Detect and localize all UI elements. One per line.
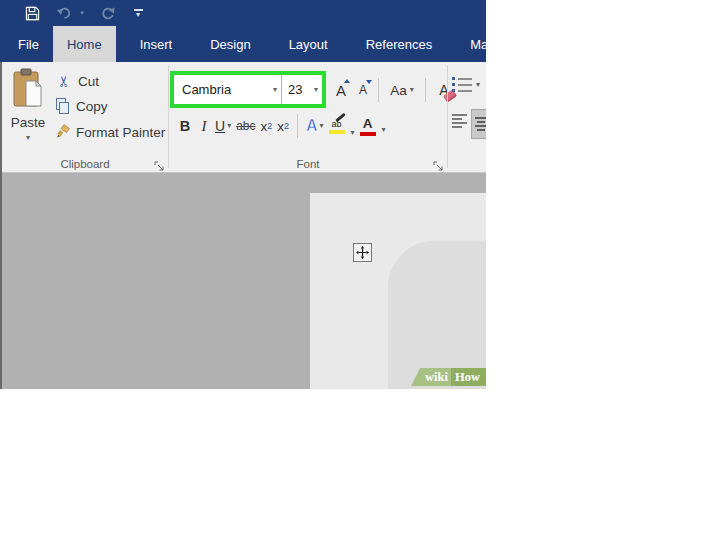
subscript-small: 2 — [267, 121, 272, 131]
align-center-button[interactable] — [471, 109, 486, 139]
bold-button[interactable]: B — [177, 118, 193, 134]
wikihow-watermark: wiki How — [411, 368, 486, 386]
grow-font-button[interactable]: A — [331, 78, 351, 102]
save-icon[interactable] — [23, 4, 41, 22]
superscript-small: 2 — [284, 121, 289, 131]
copy-button[interactable]: Copy — [56, 98, 108, 114]
ribbon: Paste ▾ ✂ Cut Copy — [0, 62, 486, 173]
font-name-dropdown-icon[interactable]: ▾ — [273, 86, 277, 94]
clipboard-group-label: Clipboard — [2, 158, 168, 170]
divider — [297, 114, 298, 138]
format-painter-icon — [56, 124, 70, 141]
underline-button[interactable]: U ▾ — [215, 118, 231, 134]
tab-references[interactable]: References — [352, 26, 446, 62]
bullets-dropdown-icon[interactable]: ▾ — [476, 81, 480, 89]
font-color-swatch — [360, 132, 376, 136]
ribbon-tabs: File Home Insert Design Layout Reference… — [0, 26, 486, 62]
titlebar: ▾ ▾ — [0, 0, 486, 26]
document-page — [310, 193, 486, 389]
shrink-font-label: A — [359, 83, 367, 97]
divider — [425, 78, 426, 102]
font-group: Cambria ▾ 23 ▾ A A — [169, 62, 447, 173]
align-left-button[interactable] — [452, 114, 467, 128]
font-color-label: A — [363, 116, 373, 131]
word-window: ▾ ▾ File Home Insert Design Layout Refer… — [0, 0, 486, 389]
copy-label: Copy — [76, 99, 108, 114]
paragraph-group: ▾ — [448, 62, 486, 173]
tab-home[interactable]: Home — [53, 26, 116, 62]
redo-icon[interactable] — [98, 4, 116, 22]
font-color-button[interactable]: A ▾ — [360, 116, 386, 136]
tab-file[interactable]: File — [4, 26, 53, 62]
underline-dropdown-icon[interactable]: ▾ — [227, 122, 231, 130]
annotation-highlight-box: Cambria ▾ 23 ▾ — [170, 71, 326, 108]
font-color-dropdown-icon[interactable]: ▾ — [382, 126, 386, 134]
font-dialog-launcher-icon[interactable] — [433, 158, 444, 169]
text-effects-button[interactable]: A ▾ — [306, 117, 324, 135]
paste-dropdown-icon[interactable]: ▾ — [26, 134, 30, 142]
font-size-value: 23 — [288, 82, 314, 97]
grow-font-label: A — [336, 82, 346, 99]
subscript-label: x — [261, 119, 268, 134]
font-row-1: A A Aa ▾ A — [331, 74, 457, 106]
divider — [378, 78, 379, 102]
scissors-icon: ✂ — [55, 73, 73, 89]
paste-label: Paste — [11, 115, 46, 130]
shrink-font-button[interactable]: A — [353, 78, 373, 102]
undo-dropdown-icon[interactable]: ▾ — [78, 4, 86, 22]
text-effects-dropdown-icon: ▾ — [320, 122, 324, 130]
superscript-label: x — [277, 119, 284, 134]
wikihow-wiki-label: wiki — [411, 368, 451, 386]
paste-button[interactable]: Paste ▾ — [4, 68, 52, 150]
tab-mailings[interactable]: Mailings — [456, 26, 486, 62]
copy-icon — [56, 98, 70, 114]
change-case-dropdown-icon: ▾ — [410, 86, 414, 94]
change-case-label: Aa — [390, 83, 407, 98]
font-name-value: Cambria — [182, 82, 273, 97]
highlight-color-swatch — [329, 130, 345, 134]
cut-button[interactable]: ✂ Cut — [56, 72, 99, 90]
tab-layout[interactable]: Layout — [275, 26, 342, 62]
bullets-button[interactable]: ▾ — [452, 77, 480, 92]
undo-icon[interactable] — [55, 4, 73, 22]
clipboard-group: Paste ▾ ✂ Cut Copy — [2, 62, 168, 173]
cut-label: Cut — [78, 74, 99, 89]
text-effects-label: A — [306, 117, 318, 135]
screenshot-canvas: ▾ ▾ File Home Insert Design Layout Refer… — [0, 0, 728, 546]
italic-button[interactable]: I — [198, 118, 210, 135]
format-painter-button[interactable]: Format Painter — [56, 124, 165, 141]
highlight-dropdown-icon[interactable]: ▾ — [351, 129, 355, 137]
grow-font-arrow-icon — [344, 79, 350, 83]
font-size-combobox[interactable]: 23 ▾ — [282, 75, 322, 104]
font-size-dropdown-icon[interactable]: ▾ — [314, 86, 318, 94]
text-highlight-color-button[interactable]: ab ▾ — [329, 119, 355, 134]
table-move-handle-icon[interactable] — [353, 243, 372, 262]
underline-label: U — [215, 118, 225, 134]
wikihow-how-label: How — [451, 368, 486, 386]
bullets-icon — [452, 77, 472, 92]
shrink-font-arrow-icon — [366, 80, 372, 84]
clipboard-dialog-launcher-icon[interactable] — [154, 158, 165, 169]
document-area: wiki How — [0, 173, 486, 389]
superscript-button[interactable]: x2 — [277, 119, 289, 134]
font-name-combobox[interactable]: Cambria ▾ — [174, 75, 282, 104]
change-case-button[interactable]: Aa ▾ — [384, 83, 420, 98]
customize-quick-access-toolbar-icon[interactable]: ▾ — [129, 4, 147, 22]
subscript-button[interactable]: x2 — [261, 119, 273, 134]
tab-insert[interactable]: Insert — [126, 26, 187, 62]
font-row-2: B I U ▾ abc x2 x2 A — [177, 111, 386, 141]
format-painter-label: Format Painter — [76, 125, 165, 140]
rounded-rectangle-shape — [388, 241, 486, 389]
tab-design[interactable]: Design — [196, 26, 264, 62]
clipboard-paste-icon — [13, 68, 43, 112]
font-group-label: Font — [169, 158, 447, 170]
strikethrough-button[interactable]: abc — [236, 119, 255, 133]
